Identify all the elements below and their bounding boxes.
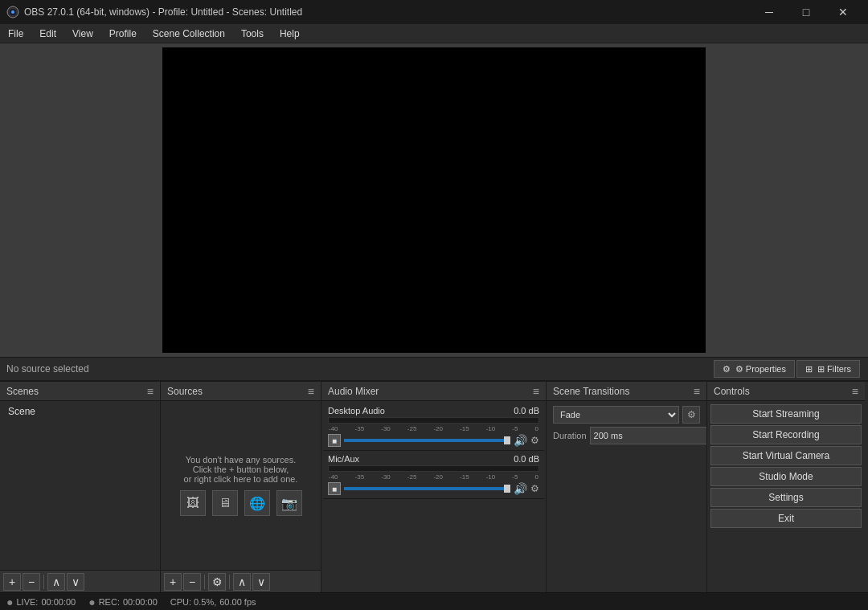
main-content: No source selected ⚙ ⚙ Properties ⊞ ⊞ Fi… xyxy=(0,43,868,610)
display-source-icon[interactable]: 🖥 xyxy=(212,490,238,516)
transitions-panel-header: Scene Transitions ≡ xyxy=(547,382,706,401)
start-recording-button[interactable]: Start Recording xyxy=(710,425,862,444)
add-source-button[interactable]: + xyxy=(164,573,182,591)
mic-aux-controls: ■ 🔊 ⚙ xyxy=(328,482,539,495)
menu-scene-collection[interactable]: Scene Collection xyxy=(145,24,233,43)
toolbar-separator xyxy=(43,575,44,589)
transitions-title: Scene Transitions xyxy=(553,386,629,397)
mic-volume-slider[interactable] xyxy=(344,487,510,490)
mic-volume-thumb xyxy=(504,485,510,493)
mic-aux-meter xyxy=(328,465,539,472)
properties-button[interactable]: ⚙ ⚙ Properties xyxy=(714,360,795,378)
source-up-button[interactable]: ∧ xyxy=(233,573,251,591)
desktop-mute-button[interactable]: ■ xyxy=(328,434,341,447)
menu-tools[interactable]: Tools xyxy=(233,24,272,43)
settings-button[interactable]: Settings xyxy=(710,488,862,507)
desktop-channel-settings-icon[interactable]: ⚙ xyxy=(530,435,539,446)
desktop-audio-db: 0.0 dB xyxy=(514,406,539,416)
controls-title: Controls xyxy=(714,386,750,397)
menu-help[interactable]: Help xyxy=(272,24,308,43)
duration-input[interactable] xyxy=(590,427,706,444)
cpu-status: CPU: 0.5%, 60.00 fps xyxy=(170,597,256,607)
browser-source-icon[interactable]: 🌐 xyxy=(244,490,270,516)
menu-edit[interactable]: Edit xyxy=(31,24,64,43)
start-virtual-camera-button[interactable]: Start Virtual Camera xyxy=(710,446,862,465)
transitions-panel: Scene Transitions ≡ Fade ⚙ Duration ▲ xyxy=(547,382,707,592)
titlebar-title: OBS 27.0.1 (64-bit, windows) - Profile: … xyxy=(24,6,302,18)
source-down-button[interactable]: ∨ xyxy=(252,573,270,591)
scene-down-button[interactable]: ∨ xyxy=(67,573,84,591)
titlebar: OBS 27.0.1 (64-bit, windows) - Profile: … xyxy=(0,0,868,24)
minimize-button[interactable]: ─ xyxy=(751,0,788,24)
scenes-menu-icon[interactable]: ≡ xyxy=(147,385,154,398)
audio-menu-icon[interactable]: ≡ xyxy=(533,385,539,398)
sources-panel-header: Sources ≡ xyxy=(161,382,321,401)
rec-status: ● REC: 00:00:00 xyxy=(88,596,158,608)
audio-panel-header: Audio Mixer ≡ xyxy=(321,382,546,401)
scenes-panel: Scenes ≡ Scene + − ∧ ∨ xyxy=(0,382,161,592)
sources-empty: You don't have any sources. Click the + … xyxy=(162,403,319,568)
transition-type-row: Fade ⚙ xyxy=(548,403,705,427)
desktop-volume-slider[interactable] xyxy=(344,439,510,442)
source-bar: No source selected ⚙ ⚙ Properties ⊞ ⊞ Fi… xyxy=(0,357,868,381)
desktop-audio-label: Desktop Audio xyxy=(328,406,385,416)
scene-up-button[interactable]: ∧ xyxy=(47,573,65,591)
desktop-meter-ticks: -40 -35 -30 -25 -20 -15 -10 -5 0 xyxy=(328,425,539,432)
sources-title: Sources xyxy=(167,386,203,397)
remove-scene-button[interactable]: − xyxy=(23,573,40,591)
scenes-list: Scene xyxy=(0,401,160,570)
audio-title: Audio Mixer xyxy=(328,386,379,397)
mic-aux-header: Mic/Aux 0.0 dB xyxy=(328,454,539,464)
desktop-audio-channel: Desktop Audio 0.0 dB -40 -35 -30 -25 -20… xyxy=(323,403,544,451)
sources-toolbar-separator xyxy=(204,575,205,589)
desktop-audio-controls: ■ 🔊 ⚙ xyxy=(328,434,539,447)
statusbar: ● LIVE: 00:00:00 ● REC: 00:00:00 CPU: 0.… xyxy=(0,592,868,610)
mic-aux-channel: Mic/Aux 0.0 dB -40 -35 -30 -25 -20 -15 -… xyxy=(323,451,544,499)
audio-panel: Audio Mixer ≡ Desktop Audio 0.0 dB -40 -… xyxy=(321,382,547,592)
exit-button[interactable]: Exit xyxy=(710,509,862,528)
rec-time: 00:00:00 xyxy=(123,597,158,607)
image-source-icon[interactable]: 🖼 xyxy=(180,490,206,516)
live-dot-icon: ● xyxy=(6,596,13,608)
transition-gear-icon: ⚙ xyxy=(687,409,696,420)
source-settings-button[interactable]: ⚙ xyxy=(208,573,226,591)
remove-source-button[interactable]: − xyxy=(183,573,201,591)
controls-menu-icon[interactable]: ≡ xyxy=(852,385,858,398)
mic-meter-ticks: -40 -35 -30 -25 -20 -15 -10 -5 0 xyxy=(328,473,539,481)
scenes-panel-header: Scenes ≡ xyxy=(0,382,160,401)
controls-content: Start Streaming Start Recording Start Vi… xyxy=(707,401,865,592)
menu-file[interactable]: File xyxy=(0,24,31,43)
titlebar-left: OBS 27.0.1 (64-bit, windows) - Profile: … xyxy=(6,6,302,18)
sources-toolbar: + − ⚙ ∧ ∨ xyxy=(161,570,321,592)
svg-point-2 xyxy=(11,10,14,14)
no-source-label: No source selected xyxy=(6,363,714,375)
scene-item[interactable]: Scene xyxy=(2,403,158,420)
fps-label: 60.00 fps xyxy=(219,597,256,607)
preview-container xyxy=(0,43,868,357)
add-scene-button[interactable]: + xyxy=(3,573,21,591)
filters-button[interactable]: ⊞ ⊞ Filters xyxy=(796,360,860,378)
scenes-toolbar: + − ∧ ∨ xyxy=(0,570,160,592)
desktop-volume-icon[interactable]: 🔊 xyxy=(514,434,527,447)
transition-settings-button[interactable]: ⚙ xyxy=(682,406,700,424)
maximize-button[interactable]: □ xyxy=(788,0,825,24)
sources-toolbar-separator2 xyxy=(229,575,230,589)
close-button[interactable]: ✕ xyxy=(825,0,862,24)
desktop-audio-meter xyxy=(328,417,539,424)
transitions-menu-icon[interactable]: ≡ xyxy=(694,385,700,398)
menu-view[interactable]: View xyxy=(64,24,101,43)
menu-profile[interactable]: Profile xyxy=(101,24,145,43)
studio-mode-button[interactable]: Studio Mode xyxy=(710,467,862,486)
mic-channel-settings-icon[interactable]: ⚙ xyxy=(530,483,539,494)
live-time: 00:00:00 xyxy=(41,597,76,607)
transitions-content: Fade ⚙ Duration ▲ ▼ xyxy=(547,401,706,592)
source-type-icons: 🖼 🖥 🌐 📷 xyxy=(180,490,302,516)
mic-mute-button[interactable]: ■ xyxy=(328,482,341,495)
sources-content: You don't have any sources. Click the + … xyxy=(161,401,321,570)
camera-source-icon[interactable]: 📷 xyxy=(276,490,302,516)
sources-menu-icon[interactable]: ≡ xyxy=(308,385,314,398)
rec-label: REC: xyxy=(99,597,120,607)
mic-volume-icon[interactable]: 🔊 xyxy=(514,482,527,495)
transition-type-select[interactable]: Fade xyxy=(553,406,679,424)
start-streaming-button[interactable]: Start Streaming xyxy=(710,404,862,424)
